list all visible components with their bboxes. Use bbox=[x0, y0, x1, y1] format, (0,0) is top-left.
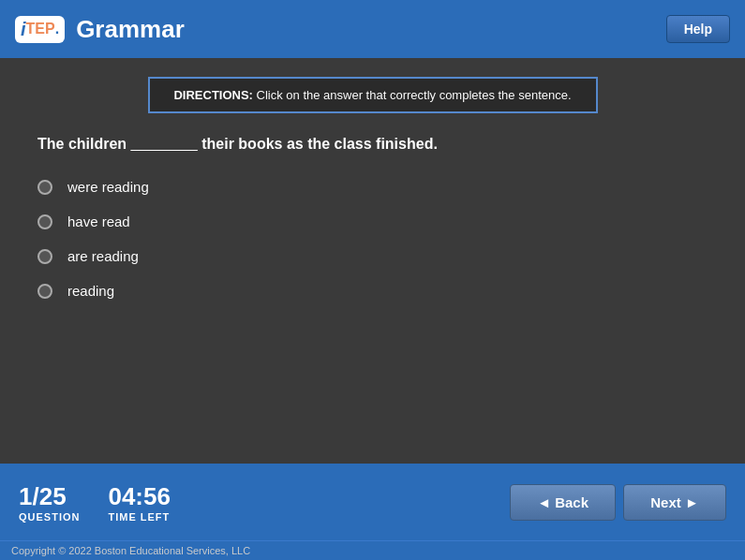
logo-tep-text: TEP bbox=[26, 21, 55, 37]
answer-option-4[interactable]: reading bbox=[28, 283, 717, 299]
radio-button-2[interactable] bbox=[37, 214, 52, 229]
main-content: DIRECTIONS: Click on the answer that cor… bbox=[0, 58, 745, 464]
answer-label-4: reading bbox=[67, 283, 114, 299]
time-display: 04:56 TIME LEFT bbox=[108, 482, 171, 523]
next-button[interactable]: Next ► bbox=[623, 484, 726, 521]
time-label: TIME LEFT bbox=[108, 511, 171, 523]
answer-option-3[interactable]: are reading bbox=[28, 248, 717, 264]
question-after: their books as the class finished. bbox=[201, 136, 438, 152]
directions-box: DIRECTIONS: Click on the answer that cor… bbox=[148, 77, 598, 113]
radio-button-4[interactable] bbox=[37, 284, 52, 299]
radio-button-3[interactable] bbox=[37, 249, 52, 264]
question-blank: ________ bbox=[131, 136, 198, 152]
answer-label-1: were reading bbox=[67, 179, 149, 195]
nav-buttons: ◄ Back Next ► bbox=[510, 484, 726, 521]
answer-option-1[interactable]: were reading bbox=[28, 179, 717, 195]
directions-label: DIRECTIONS: bbox=[173, 88, 253, 102]
copyright: Copyright © 2022 Boston Educational Serv… bbox=[0, 540, 745, 560]
logo-dot: . bbox=[55, 21, 59, 37]
answer-label-3: are reading bbox=[67, 248, 139, 264]
question-counter: 1/25 QUESTION bbox=[19, 482, 80, 523]
time-value: 04:56 bbox=[108, 482, 171, 511]
question-number: 1/25 bbox=[19, 482, 80, 511]
help-button[interactable]: Help bbox=[666, 15, 730, 43]
answer-label-2: have read bbox=[67, 214, 130, 229]
question-label: QUESTION bbox=[19, 511, 80, 523]
radio-button-1[interactable] bbox=[37, 180, 52, 195]
footer: 1/25 QUESTION 04:56 TIME LEFT ◄ Back Nex… bbox=[0, 464, 745, 540]
logo: i TEP . bbox=[15, 16, 65, 43]
directions-text: Click on the answer that correctly compl… bbox=[257, 88, 572, 102]
back-button[interactable]: ◄ Back bbox=[510, 484, 616, 521]
question-text: The children ________ their books as the… bbox=[28, 136, 717, 153]
header: i TEP . Grammar Help bbox=[0, 0, 745, 58]
page-title: Grammar bbox=[76, 15, 185, 44]
answer-option-2[interactable]: have read bbox=[28, 214, 717, 229]
question-before: The children bbox=[37, 136, 127, 152]
